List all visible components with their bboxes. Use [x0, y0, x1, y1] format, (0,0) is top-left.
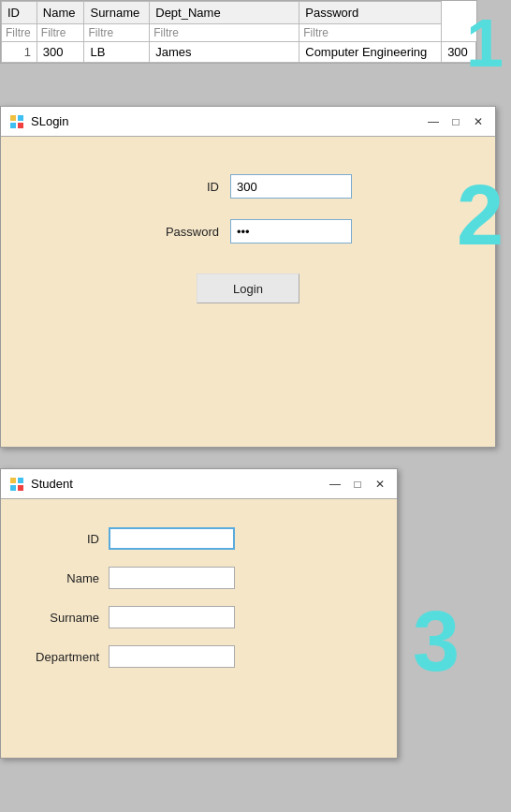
student-restore-button[interactable]: □ [348, 475, 367, 494]
data-table-section: ID Name Surname Dept_Name Password Filtr… [0, 0, 477, 64]
slogin-close-button[interactable]: ✕ [469, 112, 488, 131]
svg-rect-1 [18, 115, 23, 121]
id-label: ID [144, 180, 219, 194]
col-header-dept: Dept_Name [150, 2, 299, 24]
student-name-input[interactable] [109, 567, 235, 589]
col-header-id: ID [2, 2, 37, 24]
student-surname-label: Surname [20, 611, 99, 625]
svg-rect-0 [10, 115, 16, 121]
student-window-controls: — □ ✕ [326, 475, 389, 494]
password-input[interactable] [230, 219, 352, 244]
slogin-body: ID Password Login [1, 137, 495, 447]
id-input[interactable] [230, 174, 352, 199]
col-header-name: Name [36, 2, 84, 24]
slogin-minimize-button[interactable]: — [424, 112, 443, 131]
cell-id: 300 [36, 42, 84, 63]
svg-rect-2 [10, 123, 16, 128]
col-header-surname: Surname [84, 2, 150, 24]
cell-rownum: 1 [2, 42, 37, 63]
student-department-input[interactable] [109, 645, 235, 668]
filter-name[interactable]: Filtre [36, 24, 84, 42]
filter-password[interactable]: Filtre [299, 24, 442, 42]
slogin-window-controls: — □ ✕ [424, 112, 488, 131]
slogin-titlebar: SLogin — □ ✕ [1, 107, 495, 137]
student-title-text: Student [31, 477, 326, 491]
table-header-row: ID Name Surname Dept_Name Password [2, 2, 476, 24]
student-id-row: ID [20, 527, 235, 550]
slogin-window: SLogin — □ ✕ ID Password Login [0, 106, 496, 448]
student-surname-row: Surname [20, 606, 235, 628]
student-window: Student — □ ✕ ID Name Surname Department [0, 468, 398, 759]
svg-rect-4 [10, 478, 16, 483]
student-title-icon [8, 476, 25, 493]
cell-name: LB [84, 42, 150, 63]
label-number-3: 3 [413, 599, 460, 684]
student-titlebar: Student — □ ✕ [1, 469, 397, 499]
student-close-button[interactable]: ✕ [371, 475, 389, 494]
col-header-password: Password [299, 2, 442, 24]
slogin-restore-button[interactable]: □ [446, 112, 465, 131]
cell-surname: James [150, 42, 299, 63]
label-number-2: 2 [457, 173, 504, 258]
slogin-title-text: SLogin [31, 114, 424, 128]
svg-rect-5 [18, 478, 23, 483]
password-row: Password [144, 219, 352, 244]
svg-rect-7 [18, 485, 23, 491]
svg-rect-3 [18, 123, 23, 128]
filter-dept[interactable]: Filtre [150, 24, 299, 42]
student-department-label: Department [20, 650, 99, 664]
student-surname-input[interactable] [109, 606, 235, 628]
svg-rect-6 [10, 485, 16, 491]
table-filter-row: Filtre Filtre Filtre Filtre Filtre [2, 24, 476, 42]
student-minimize-button[interactable]: — [326, 475, 344, 494]
slogin-title-icon [8, 113, 25, 130]
table-row: 1 300 LB James Computer Engineering 300 [2, 42, 476, 63]
filter-id[interactable]: Filtre [2, 24, 37, 42]
student-dept-row: Department [20, 645, 235, 668]
student-body: ID Name Surname Department [1, 499, 397, 703]
id-row: ID [144, 174, 352, 199]
filter-surname[interactable]: Filtre [84, 24, 150, 42]
main-table: ID Name Surname Dept_Name Password Filtr… [1, 1, 476, 63]
student-name-label: Name [20, 571, 99, 585]
login-button[interactable]: Login [197, 273, 299, 303]
student-id-label: ID [20, 532, 99, 546]
cell-dept: Computer Engineering [299, 42, 442, 63]
label-number-1: 1 [466, 9, 504, 77]
password-label: Password [144, 225, 219, 239]
student-name-row: Name [20, 567, 235, 589]
student-id-input[interactable] [109, 527, 235, 550]
